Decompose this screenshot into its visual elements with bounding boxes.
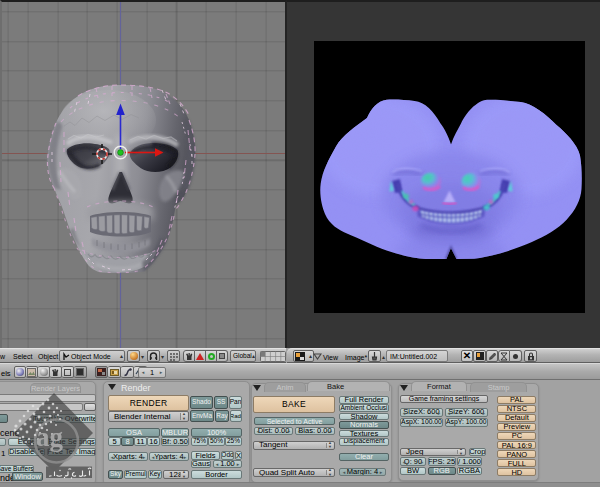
svg-text:ag: ag xyxy=(36,422,64,452)
